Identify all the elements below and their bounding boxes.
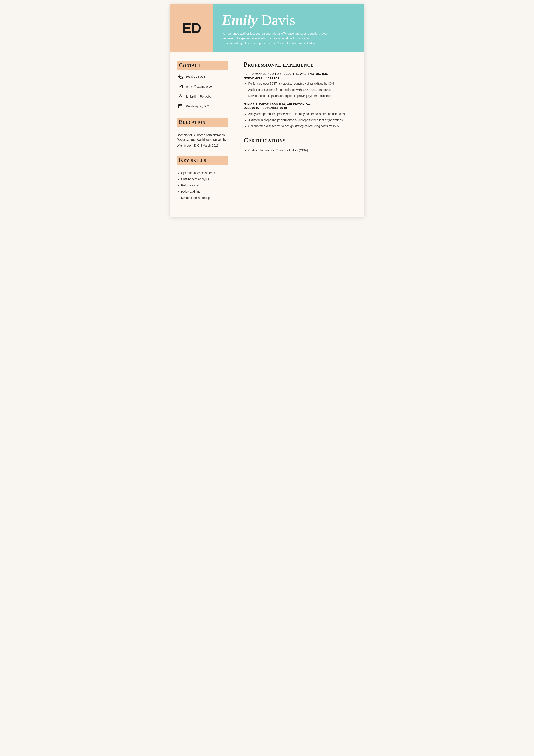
phone-text: (654) 123-0987 [186,75,207,78]
job-title: PERFORMANCE AUDITOR I DELOITTE, WASHINGT… [244,72,355,75]
skills-section: Key skills Operational assessmentsCost-b… [177,156,228,200]
svg-point-1 [180,94,181,95]
job-bullet: Audit cloud systems for compliance with … [248,88,355,92]
email-icon [177,83,184,90]
location-text: Washington, D.C. [186,105,210,108]
contact-section: Contact (654) 123-0987 [177,61,228,110]
experience-section-title: Professional experience [244,61,355,68]
contact-location: Washington, D.C. [177,103,228,110]
right-column: Professional experience PERFORMANCE AUDI… [235,52,364,217]
job-dates: MARCH 2018 – PRESENT [244,76,355,79]
skills-section-title: Key skills [177,156,228,165]
skill-item: Risk mitigation [181,183,228,188]
certifications-section-title: Certifications [244,136,355,144]
job-entry: JUNIOR AUDITOR I BDO USA, ARLINGTON, VAJ… [244,103,355,129]
header: ED Emily Davis Performance auditor focus… [170,4,364,52]
education-section: Education Bachelor of Business Administr… [177,118,228,148]
job-title: JUNIOR AUDITOR I BDO USA, ARLINGTON, VA [244,103,355,106]
contact-phone: (654) 123-0987 [177,73,228,80]
skill-item: Cost-benefit analysis [181,177,228,181]
experience-section: Professional experience PERFORMANCE AUDI… [244,61,355,129]
first-name: Emily [222,12,258,28]
svg-rect-7 [180,105,181,106]
cert-list: Certified Information Systems Auditor (C… [244,148,355,153]
skill-item: Stakeholder reporting [181,196,228,200]
education-entry: Bachelor of Business Administration (BBA… [177,133,228,148]
avatar-initials: ED [182,20,201,36]
resume-page: ED Emily Davis Performance auditor focus… [170,4,364,217]
certifications-section: Certifications Certified Information Sys… [244,136,355,153]
job-entry: PERFORMANCE AUDITOR I DELOITTE, WASHINGT… [244,72,355,98]
cert-item: Certified Information Systems Auditor (C… [248,148,355,153]
jobs-container: PERFORMANCE AUDITOR I DELOITTE, WASHINGT… [244,72,355,129]
svg-rect-8 [179,107,181,107]
phone-icon [177,73,184,80]
degree-text: Bachelor of Business Administration (BBA… [177,133,228,142]
skill-item: Operational assessments [181,171,228,175]
job-bullet: Analyzed operational processes to identi… [248,112,355,117]
job-bullets: Analyzed operational processes to identi… [244,112,355,129]
location-icon [177,103,184,110]
job-bullet: Develop risk mitigation strategies, impr… [248,94,355,98]
svg-rect-5 [179,104,182,108]
contact-section-title: Contact [177,61,228,70]
skill-item: Policy auditing [181,189,228,194]
header-subtitle: Performance auditor focused on operation… [222,31,329,46]
job-bullet: Assisted in preparing performance audit … [248,118,355,123]
header-content: Emily Davis Performance auditor focused … [213,4,338,52]
job-dates: JUNE 2016 – NOVEMBER 2018 [244,106,355,110]
contact-linkedin: LinkedIn | Portfolio [177,93,228,100]
svg-rect-6 [179,105,180,106]
skills-list: Operational assessmentsCost-benefit anal… [177,171,228,200]
job-bullets: Performed over 50 IT risk audits, reduci… [244,81,355,98]
svg-line-4 [181,96,182,97]
contact-email: email@example.com [177,83,228,90]
education-section-title: Education [177,118,228,126]
email-text: email@example.com [186,85,215,88]
edu-location-date: Washington, D.C. | March 2016 [177,143,228,148]
avatar-box: ED [170,4,213,52]
job-bullet: Collaborated with teams to design strate… [248,124,355,129]
svg-line-3 [179,96,180,97]
body-container: Contact (654) 123-0987 [170,52,364,217]
last-name: Davis [261,12,295,28]
full-name: Emily Davis [222,12,329,28]
left-column: Contact (654) 123-0987 [170,52,235,217]
job-bullet: Performed over 50 IT risk audits, reduci… [248,81,355,86]
linkedin-text: LinkedIn | Portfolio [186,95,211,98]
linkedin-icon [177,93,184,100]
